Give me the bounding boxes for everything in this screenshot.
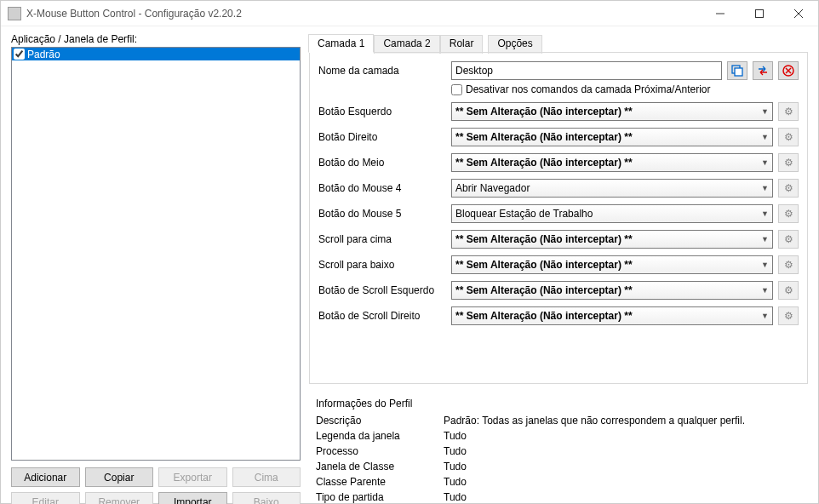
maximize-button[interactable]	[740, 1, 779, 26]
wheel-up-label: Scroll para cima	[318, 233, 446, 245]
middle-button-label: Botão do Meio	[318, 157, 446, 169]
tab-layer1[interactable]: Camada 1	[308, 34, 374, 53]
copy-layer-button[interactable]	[727, 61, 747, 80]
info-class-label: Janela de Classe	[316, 461, 444, 472]
info-desc: Padrão: Todas as janelas que não corresp…	[444, 415, 745, 427]
info-parent-label: Classe Parente	[316, 476, 444, 488]
info-title: Informações do Perfil	[316, 398, 801, 410]
right-button-gear-icon[interactable]: ⚙	[778, 128, 799, 146]
info-match: Tudo	[444, 491, 467, 503]
info-parent: Tudo	[444, 476, 467, 488]
mouse4-select[interactable]: Abrir Navegador▼	[451, 179, 773, 198]
close-button[interactable]	[779, 1, 818, 26]
mouse4-label: Botão do Mouse 4	[318, 182, 446, 194]
minimize-button[interactable]	[701, 1, 740, 26]
wheel-down-gear-icon[interactable]: ⚙	[778, 255, 799, 274]
mouse4-gear-icon[interactable]: ⚙	[778, 179, 799, 198]
wheel-down-label: Scroll para baixo	[318, 259, 446, 271]
mouse5-gear-icon[interactable]: ⚙	[778, 204, 799, 223]
left-button-label: Botão Esquerdo	[318, 106, 446, 117]
app-icon	[8, 7, 21, 20]
left-button-gear-icon[interactable]: ⚙	[778, 102, 799, 121]
profile-checkbox[interactable]	[14, 49, 25, 60]
swap-layer-button[interactable]	[753, 61, 773, 80]
svg-rect-5	[735, 68, 742, 76]
profile-item-label: Padrão	[27, 49, 60, 60]
mouse5-label: Botão do Mouse 5	[318, 208, 446, 220]
middle-button-gear-icon[interactable]: ⚙	[778, 153, 799, 172]
revert-layer-button[interactable]	[778, 61, 799, 80]
info-caption: Tudo	[444, 430, 467, 442]
tabs: Camada 1 Camada 2 Rolar Opções	[308, 33, 542, 52]
tilt-right-select[interactable]: ** Sem Alteração (Não interceptar) **▼	[451, 306, 773, 325]
export-button: Exportar	[158, 467, 227, 487]
wheel-up-select[interactable]: ** Sem Alteração (Não interceptar) **▼	[451, 230, 773, 249]
copy-button[interactable]: Copiar	[85, 467, 154, 487]
import-button[interactable]: Importar	[158, 492, 227, 504]
wheel-up-gear-icon[interactable]: ⚙	[778, 230, 799, 249]
tab-options[interactable]: Opções	[488, 35, 541, 54]
layer-name-label: Nome da camada	[318, 65, 446, 77]
info-caption-label: Legenda da janela	[316, 430, 444, 442]
info-match-label: Tipo de partida	[316, 491, 444, 503]
layer-name-input[interactable]	[451, 61, 722, 80]
info-process-label: Processo	[316, 445, 444, 457]
mouse5-select[interactable]: Bloquear Estação de Trabalho▼	[451, 204, 773, 223]
titlebar: X-Mouse Button Control - Configuração v2…	[1, 1, 818, 26]
down-button: Baixo	[232, 492, 301, 504]
tilt-left-label: Botão de Scroll Esquerdo	[318, 284, 446, 296]
remove-button: Remover	[85, 492, 154, 504]
disable-nav-label: Desativar nos comandos da camada Próxima…	[466, 83, 710, 95]
middle-button-select[interactable]: ** Sem Alteração (Não interceptar) **▼	[451, 153, 773, 172]
up-button: Cima	[232, 467, 301, 487]
window-title: X-Mouse Button Control - Configuração v2…	[26, 8, 701, 20]
tilt-left-select[interactable]: ** Sem Alteração (Não interceptar) **▼	[451, 281, 773, 300]
right-button-select[interactable]: ** Sem Alteração (Não interceptar) **▼	[451, 128, 773, 146]
info-process: Tudo	[444, 445, 467, 457]
edit-button: Editar	[11, 492, 80, 504]
add-button[interactable]: Adicionar	[11, 467, 80, 487]
profile-item-default[interactable]: Padrão	[12, 48, 300, 60]
tilt-right-gear-icon[interactable]: ⚙	[778, 306, 799, 325]
tab-layer2[interactable]: Camada 2	[374, 35, 439, 54]
disable-nav-checkbox[interactable]	[451, 84, 462, 95]
wheel-down-select[interactable]: ** Sem Alteração (Não interceptar) **▼	[451, 255, 773, 274]
tab-scroll[interactable]: Rolar	[440, 35, 484, 54]
svg-rect-1	[756, 9, 764, 17]
profile-list[interactable]: Padrão	[11, 47, 301, 461]
tilt-left-gear-icon[interactable]: ⚙	[778, 281, 799, 300]
profile-info: Informações do Perfil DescriçãoPadrão: T…	[309, 392, 808, 504]
info-desc-label: Descrição	[316, 415, 444, 427]
right-button-label: Botão Direito	[318, 131, 446, 143]
left-button-select[interactable]: ** Sem Alteração (Não interceptar) **▼	[451, 102, 773, 121]
profile-list-label: Aplicação / Janela de Perfil:	[11, 33, 301, 45]
tilt-right-label: Botão de Scroll Direito	[318, 310, 446, 322]
info-class: Tudo	[444, 461, 467, 472]
